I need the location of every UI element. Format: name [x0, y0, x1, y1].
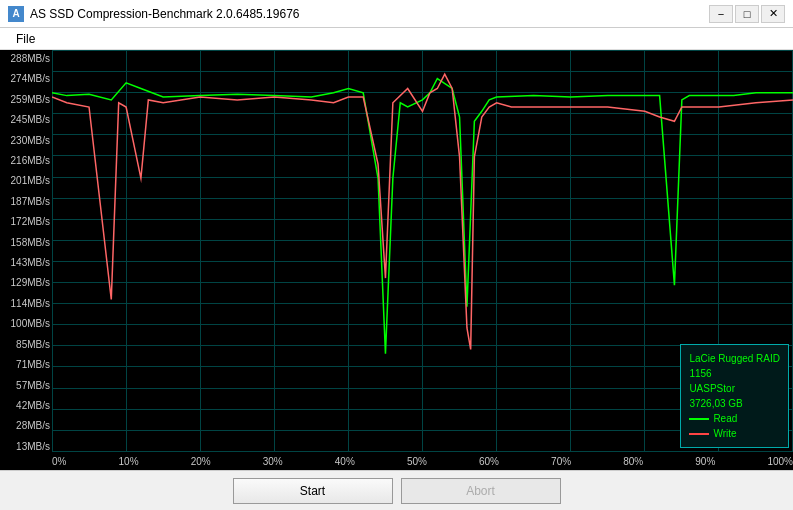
y-axis: 288MB/s274MB/s259MB/s245MB/s230MB/s216MB…	[0, 50, 52, 470]
y-label: 230MB/s	[2, 136, 50, 146]
y-label: 114MB/s	[2, 299, 50, 309]
y-label: 143MB/s	[2, 258, 50, 268]
y-label: 129MB/s	[2, 278, 50, 288]
x-label: 70%	[551, 456, 571, 467]
x-label: 100%	[767, 456, 793, 467]
chart-area: 288MB/s274MB/s259MB/s245MB/s230MB/s216MB…	[0, 50, 793, 470]
x-label: 20%	[191, 456, 211, 467]
y-label: 288MB/s	[2, 54, 50, 64]
x-label: 80%	[623, 456, 643, 467]
legend-read-row: Read	[689, 411, 780, 426]
window-title: AS SSD Compression-Benchmark 2.0.6485.19…	[30, 7, 299, 21]
maximize-button[interactable]: □	[735, 5, 759, 23]
legend-driver: UASPStor	[689, 381, 780, 396]
legend-device: LaCie Rugged RAID	[689, 351, 780, 366]
legend-write-label: Write	[713, 426, 736, 441]
title-bar: A AS SSD Compression-Benchmark 2.0.6485.…	[0, 0, 793, 28]
window-controls: − □ ✕	[709, 5, 785, 23]
legend-write-row: Write	[689, 426, 780, 441]
y-label: 172MB/s	[2, 217, 50, 227]
x-label: 60%	[479, 456, 499, 467]
minimize-button[interactable]: −	[709, 5, 733, 23]
start-button[interactable]: Start	[233, 478, 393, 504]
menu-bar: File	[0, 28, 793, 50]
app-icon: A	[8, 6, 24, 22]
y-label: 274MB/s	[2, 74, 50, 84]
x-label: 0%	[52, 456, 66, 467]
x-label: 50%	[407, 456, 427, 467]
y-label: 100MB/s	[2, 319, 50, 329]
legend-read-line	[689, 418, 709, 420]
y-label: 201MB/s	[2, 176, 50, 186]
x-axis: 0%10%20%30%40%50%60%70%80%90%100%	[52, 452, 793, 470]
y-label: 245MB/s	[2, 115, 50, 125]
x-label: 90%	[695, 456, 715, 467]
legend-read-label: Read	[713, 411, 737, 426]
legend-box: LaCie Rugged RAID 1156 UASPStor 3726,03 …	[680, 344, 789, 448]
y-label: 187MB/s	[2, 197, 50, 207]
abort-button[interactable]: Abort	[401, 478, 561, 504]
legend-write-line	[689, 433, 709, 435]
legend-model: 1156	[689, 366, 780, 381]
legend-size: 3726,03 GB	[689, 396, 780, 411]
y-label: 57MB/s	[2, 381, 50, 391]
menu-file[interactable]: File	[8, 30, 43, 48]
chart-main: 0%10%20%30%40%50%60%70%80%90%100% LaCie …	[52, 50, 793, 470]
y-label: 158MB/s	[2, 238, 50, 248]
x-label: 40%	[335, 456, 355, 467]
close-button[interactable]: ✕	[761, 5, 785, 23]
bottom-bar: Start Abort	[0, 470, 793, 510]
y-label: 42MB/s	[2, 401, 50, 411]
y-label: 28MB/s	[2, 421, 50, 431]
y-label: 71MB/s	[2, 360, 50, 370]
x-label: 30%	[263, 456, 283, 467]
x-label: 10%	[119, 456, 139, 467]
y-label: 13MB/s	[2, 442, 50, 452]
y-label: 216MB/s	[2, 156, 50, 166]
y-label: 85MB/s	[2, 340, 50, 350]
y-label: 259MB/s	[2, 95, 50, 105]
